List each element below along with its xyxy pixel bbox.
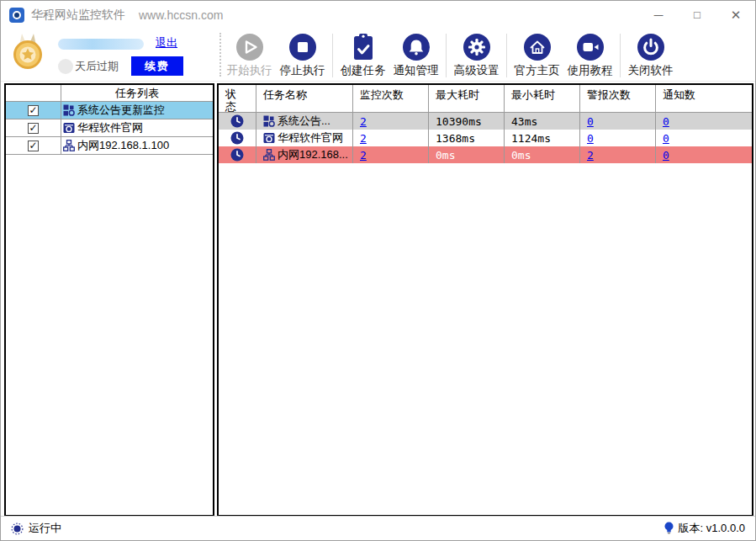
official-homepage-button[interactable]: 官方主页: [510, 33, 563, 78]
toolbar-button-label: 高级设置: [454, 63, 500, 78]
window-url: www.hccsn.com: [139, 8, 223, 22]
lightbulb-icon: [663, 522, 674, 535]
column-header-max-time[interactable]: 最大耗时: [429, 85, 505, 112]
task-checkbox[interactable]: ✓: [28, 105, 39, 116]
column-header-monitor-count[interactable]: 监控次数: [353, 85, 429, 112]
task-list-panel: 任务列表 ✓ 系统公告更新监控 ✓: [4, 83, 214, 517]
table-row[interactable]: 系统公告... 2 10390ms 43ms 0 0: [219, 113, 752, 130]
toolbar-separator: [620, 34, 621, 77]
task-list-item[interactable]: ✓ 系统公告更新监控: [6, 102, 213, 119]
alarm-count-link[interactable]: 0: [587, 132, 594, 145]
notify-count-link[interactable]: 0: [663, 132, 669, 145]
medal-icon: [8, 32, 48, 72]
monitor-table-header: 状态 任务名称 监控次数 最大耗时 最小耗时 警报次数 通知数: [219, 85, 752, 113]
minimize-button[interactable]: ─: [639, 1, 678, 29]
column-header-min-time[interactable]: 最小耗时: [505, 85, 580, 112]
toolbar-grip: [219, 33, 221, 77]
app-window: 华程网站监控软件 www.hccsn.com ─ □ ✕ 退出: [0, 0, 756, 541]
home-icon: [523, 33, 552, 61]
task-list-header: 任务列表: [6, 85, 213, 102]
close-software-button[interactable]: 关闭软件: [624, 33, 677, 78]
advanced-settings-button[interactable]: 高级设置: [450, 33, 503, 78]
running-status-label: 运行中: [29, 521, 61, 536]
version-info: 版本: v1.0.0.0: [663, 521, 745, 536]
titlebar: 华程网站监控软件 www.hccsn.com ─ □ ✕: [1, 1, 755, 29]
video-icon: [576, 33, 605, 61]
bell-icon: [402, 33, 431, 61]
alarm-count-link[interactable]: 2: [587, 149, 594, 162]
clock-icon: [230, 114, 244, 128]
table-row[interactable]: 内网192.168... 2 0ms 0ms 2 0: [219, 146, 752, 163]
table-row[interactable]: 华程软件官网 2 1368ms 1124ms 0 0: [219, 130, 752, 146]
network-icon: [263, 149, 275, 161]
min-time-value: 0ms: [511, 149, 531, 162]
toolbar-separator: [332, 34, 333, 77]
apps-grid-icon: [63, 104, 75, 116]
task-checkbox[interactable]: ✓: [28, 141, 39, 151]
notify-count-link[interactable]: 0: [663, 149, 669, 162]
app-logo-icon: [9, 8, 24, 23]
play-icon: [235, 33, 264, 61]
toolbar-button-label: 使用教程: [568, 63, 613, 78]
min-time-value: 1124ms: [511, 132, 551, 145]
monitor-count-link[interactable]: 2: [360, 115, 367, 128]
column-header-status[interactable]: 状态: [219, 85, 256, 112]
column-header-task-name[interactable]: 任务名称: [256, 85, 353, 112]
website-icon: [63, 122, 75, 134]
expiry-label: 天后过期: [75, 59, 119, 74]
start-execution-button[interactable]: 开始执行: [223, 33, 276, 78]
close-button[interactable]: ✕: [716, 1, 755, 29]
account-panel: 退出 天后过期 续费: [1, 29, 219, 76]
toolbar-button-label: 停止执行: [280, 63, 325, 78]
network-icon: [63, 140, 75, 151]
monitor-count-link[interactable]: 2: [360, 149, 367, 162]
clipboard-check-icon: [349, 33, 378, 61]
running-status-icon: [11, 522, 24, 535]
column-header-notify-count[interactable]: 通知数: [656, 85, 752, 112]
row-task-name: 内网192.168...: [278, 147, 348, 162]
row-task-name: 华程软件官网: [278, 130, 343, 146]
task-item-label: 华程软件官网: [77, 120, 143, 135]
username-blurred: [58, 39, 144, 50]
version-label: 版本: v1.0.0.0: [679, 521, 745, 536]
task-list-item[interactable]: ✓ 华程软件官网: [6, 119, 213, 137]
toolbar-separator: [446, 34, 447, 77]
apps-grid-icon: [263, 115, 275, 127]
task-item-label: 系统公告更新监控: [77, 103, 165, 118]
website-icon: [263, 132, 275, 144]
clock-icon: [230, 131, 244, 145]
toolbar-button-label: 官方主页: [515, 63, 560, 78]
task-list-item[interactable]: ✓ 内网192.168.1.100: [6, 137, 213, 155]
toolbar-button-label: 创建任务: [341, 63, 386, 78]
tutorial-button[interactable]: 使用教程: [563, 33, 616, 78]
power-icon: [637, 33, 665, 61]
min-time-value: 43ms: [511, 115, 537, 128]
window-title: 华程网站监控软件: [31, 8, 125, 23]
status-bar: 运行中 版本: v1.0.0.0: [1, 516, 755, 540]
task-item-label: 内网192.168.1.100: [77, 138, 169, 153]
alarm-count-link[interactable]: 0: [587, 115, 594, 128]
task-checkbox[interactable]: ✓: [28, 123, 39, 134]
renew-button[interactable]: 续费: [131, 56, 183, 76]
maximize-button[interactable]: □: [678, 1, 716, 29]
monitor-count-link[interactable]: 2: [360, 132, 367, 145]
toolbar: 退出 天后过期 续费 开始执行: [1, 29, 755, 82]
notification-management-button[interactable]: 通知管理: [389, 33, 442, 78]
monitor-table-panel: 状态 任务名称 监控次数 最大耗时 最小耗时 警报次数 通知数: [217, 83, 753, 517]
toolbar-separator: [506, 34, 507, 77]
days-remaining-blurred: [58, 59, 73, 74]
toolbar-button-label: 关闭软件: [628, 63, 674, 78]
notify-count-link[interactable]: 0: [663, 115, 669, 128]
toolbar-button-label: 通知管理: [394, 63, 439, 78]
logout-link[interactable]: 退出: [156, 35, 177, 50]
gear-icon: [463, 33, 491, 61]
max-time-value: 0ms: [436, 149, 455, 162]
clock-icon: [230, 148, 244, 162]
stop-execution-button[interactable]: 停止执行: [276, 33, 329, 78]
row-task-name: 系统公告...: [278, 114, 330, 129]
create-task-button[interactable]: 创建任务: [336, 33, 389, 78]
toolbar-button-label: 开始执行: [227, 63, 272, 78]
task-list-title: 任务列表: [61, 85, 213, 101]
column-header-alarm-count[interactable]: 警报次数: [580, 85, 656, 112]
max-time-value: 10390ms: [436, 115, 482, 128]
